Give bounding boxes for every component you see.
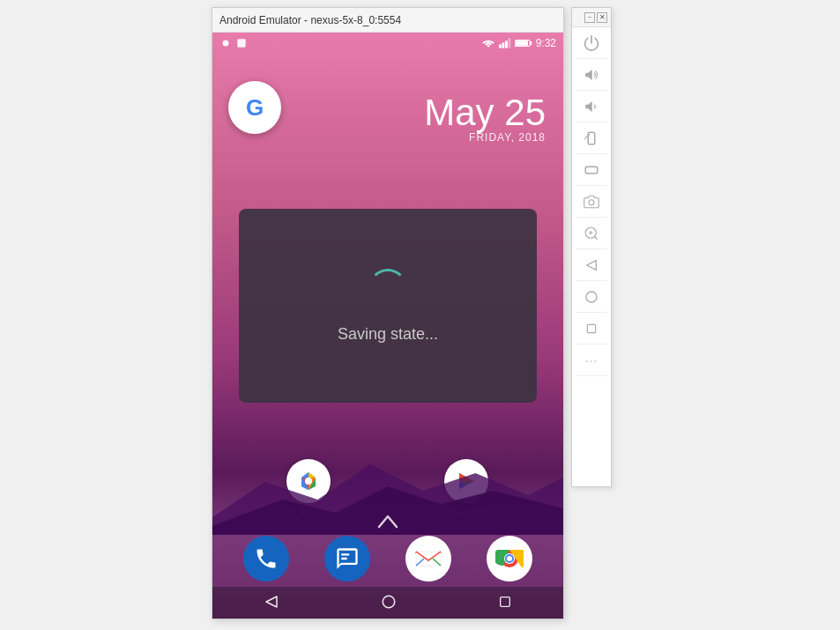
recents-nav-button[interactable]: [576, 313, 607, 345]
power-icon: [583, 34, 600, 52]
back-triangle-icon: [264, 594, 279, 610]
title-bar: Android Emulator - nexus-5x-8_0:5554: [212, 8, 563, 33]
gmail-dock-icon[interactable]: [405, 536, 451, 582]
volume-up-icon: [584, 67, 599, 83]
window-title: Android Emulator - nexus-5x-8_0:5554: [219, 14, 401, 26]
maps-label: Maps: [297, 507, 321, 517]
date-large: May 25: [424, 94, 546, 131]
svg-rect-37: [587, 324, 595, 332]
svg-rect-3: [502, 42, 504, 48]
more-dots-icon: ···: [585, 353, 598, 367]
svg-rect-4: [505, 41, 508, 48]
recents-button[interactable]: [498, 595, 512, 611]
messages-icon: [335, 546, 360, 571]
time-display: 9:32: [536, 37, 556, 49]
play-store-svg: [450, 465, 482, 497]
home-circle-icon: [381, 594, 397, 610]
recents-nav-icon: [585, 322, 598, 335]
rotate-landscape-icon: [584, 162, 599, 178]
volume-down-button[interactable]: [576, 91, 607, 122]
sidebar-title-bar: － ✕: [572, 8, 611, 27]
gmail-icon: [415, 549, 442, 568]
saving-text: Saving state...: [338, 325, 438, 344]
sd-icon: [235, 37, 248, 49]
recents-square-icon: [498, 595, 512, 609]
svg-rect-5: [508, 38, 510, 48]
svg-point-36: [586, 292, 597, 302]
maps-app-icon[interactable]: Maps: [286, 459, 331, 517]
minimize-button[interactable]: －: [584, 12, 595, 23]
dock-bar: [212, 530, 563, 587]
rotate-portrait-button[interactable]: [576, 122, 607, 154]
back-nav-button[interactable]: [576, 249, 607, 281]
svg-rect-25: [501, 597, 510, 606]
wifi-icon: [481, 38, 495, 48]
chrome-dock-icon[interactable]: [487, 536, 532, 582]
status-left-icons: [219, 37, 248, 49]
google-search-button[interactable]: G: [228, 81, 281, 134]
close-button[interactable]: ✕: [597, 12, 607, 23]
maps-svg: [293, 465, 324, 497]
svg-line-32: [594, 236, 597, 239]
phone-screen: 9:32 G May 25 FRIDAY, 2018 Saving state.…: [212, 33, 563, 619]
power-button[interactable]: [576, 27, 607, 59]
chevron-up-icon: [377, 515, 398, 529]
back-button[interactable]: [264, 594, 279, 612]
svg-rect-13: [341, 553, 349, 555]
datetime-display: May 25 FRIDAY, 2018: [424, 94, 546, 144]
svg-point-0: [223, 41, 229, 47]
screenshot-button[interactable]: [576, 186, 607, 218]
svg-marker-35: [587, 260, 597, 270]
svg-rect-7: [530, 41, 532, 45]
svg-rect-1: [237, 39, 245, 47]
svg-rect-2: [499, 44, 502, 48]
google-g-letter: G: [246, 94, 264, 122]
maps-icon-circle: [286, 459, 331, 503]
svg-marker-26: [585, 70, 592, 80]
sim-icon: [219, 37, 232, 49]
date-sub: FRIDAY, 2018: [424, 131, 546, 144]
play-store-app-icon[interactable]: Play Store: [444, 459, 489, 517]
signal-icon: [499, 38, 511, 48]
play-store-icon-circle: [444, 459, 488, 503]
home-nav-icon: [584, 290, 598, 304]
svg-point-30: [589, 199, 594, 204]
more-button[interactable]: ···: [576, 345, 607, 376]
rotate-portrait-icon: [584, 130, 599, 146]
svg-marker-27: [585, 101, 592, 112]
phone-dock-icon[interactable]: [243, 536, 289, 582]
phone-icon: [254, 546, 279, 571]
sidebar-controls-panel: － ✕: [571, 7, 612, 487]
svg-rect-29: [585, 167, 598, 174]
status-bar: 9:32: [212, 33, 563, 54]
app-icons-row: Maps: [212, 459, 563, 517]
volume-up-button[interactable]: [576, 59, 607, 91]
play-store-label: Play Store: [444, 507, 489, 517]
rotate-landscape-button[interactable]: [576, 154, 607, 186]
saving-dialog: Saving state...: [239, 209, 537, 403]
camera-icon: [584, 194, 599, 210]
messages-dock-icon[interactable]: [324, 536, 370, 582]
svg-rect-28: [588, 132, 595, 145]
battery-icon: [515, 38, 532, 48]
nav-bar: [212, 587, 563, 619]
home-button[interactable]: [381, 594, 397, 612]
loading-spinner: [368, 269, 407, 308]
emulator-window: Android Emulator - nexus-5x-8_0:5554: [212, 7, 564, 619]
svg-rect-14: [341, 557, 347, 559]
svg-point-22: [507, 556, 512, 561]
volume-down-icon: [584, 99, 599, 115]
home-nav-button[interactable]: [576, 281, 607, 313]
chrome-icon: [495, 545, 524, 573]
svg-marker-23: [266, 597, 277, 607]
zoom-button[interactable]: [576, 218, 607, 249]
svg-point-10: [305, 478, 312, 485]
back-nav-icon: [584, 258, 598, 272]
svg-point-24: [383, 596, 395, 608]
zoom-icon: [584, 226, 599, 241]
svg-rect-8: [515, 41, 527, 46]
status-right-icons: 9:32: [481, 37, 556, 49]
